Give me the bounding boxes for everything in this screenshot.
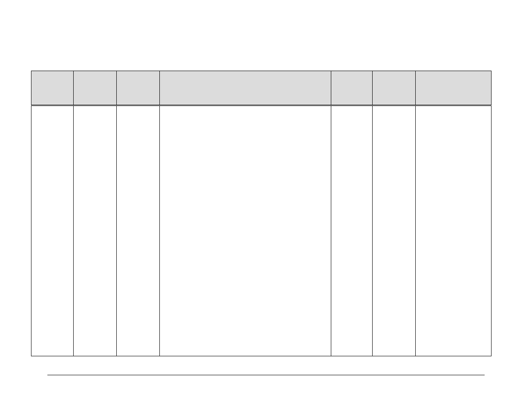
col-header-3 [117, 71, 160, 106]
col-header-4 [160, 71, 331, 106]
page [0, 0, 532, 411]
cell-7 [416, 106, 492, 356]
cell-5 [331, 106, 373, 356]
footer-divider [47, 375, 485, 375]
cell-4 [160, 106, 331, 356]
table-container [31, 71, 491, 356]
cell-6 [373, 106, 416, 356]
col-header-6 [373, 71, 416, 106]
col-header-1 [31, 71, 74, 106]
col-header-2 [74, 71, 117, 106]
cell-1 [31, 106, 74, 356]
table-header-row [31, 71, 492, 106]
col-header-7 [416, 71, 492, 106]
col-header-5 [331, 71, 373, 106]
cell-2 [74, 106, 117, 356]
cell-3 [117, 106, 160, 356]
data-table [31, 71, 492, 356]
table-row [31, 106, 492, 356]
